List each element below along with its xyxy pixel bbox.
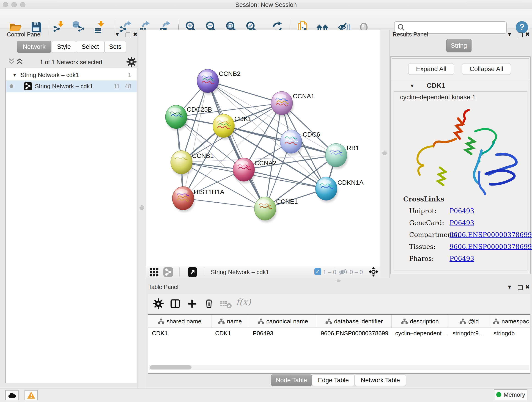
network-label: String Network – cdk1 (35, 83, 93, 90)
warnings-button[interactable] (25, 390, 38, 400)
table-panel-close-icon[interactable]: ✖ (525, 284, 530, 290)
horizontal-splitter-handle[interactable] (337, 279, 341, 282)
expand-all-button[interactable]: Expand All (408, 63, 454, 75)
table-row[interactable]: CDK1CDK1P064939606.ENSP00000378699cyclin… (148, 328, 530, 338)
function-builder-icon[interactable]: f(x) (236, 297, 251, 307)
left-splitter[interactable] (138, 30, 146, 388)
svg-text:RB1: RB1 (347, 144, 359, 152)
cdk1-section-collapse-icon[interactable]: ▼ (410, 83, 415, 89)
column-header-canonical-name[interactable]: canonical name (249, 315, 317, 327)
pan-crosshair-icon[interactable] (368, 267, 379, 277)
node-CCNB2[interactable] (197, 69, 220, 95)
memory-button[interactable]: Memory (494, 389, 527, 400)
cell[interactable]: stringdb:9... (449, 330, 490, 337)
cell[interactable]: CDK1 (148, 330, 211, 337)
tab-style[interactable]: Style (52, 41, 76, 53)
column-header-database-identifier[interactable]: database identifier (317, 315, 392, 327)
column-header-description[interactable]: description (392, 315, 449, 327)
crosslink-link[interactable]: 9606.ENSP00000378699 (450, 243, 532, 250)
network-row-selected[interactable]: String Network – cdk1 11 48 (6, 80, 137, 92)
table-horizontal-scrollbar[interactable] (149, 365, 529, 370)
node-CDK1[interactable] (213, 114, 235, 140)
crosslinks-title: CrossLinks (403, 195, 444, 203)
show-columns-icon[interactable] (170, 298, 181, 309)
hidden-elements-eye-slash-icon[interactable] (339, 268, 348, 276)
table-scrollbar-thumb[interactable] (150, 365, 191, 370)
control-panel-title: Control Panel (7, 31, 41, 38)
import-network-from-database-button[interactable] (72, 21, 86, 34)
birds-eye-view-icon[interactable] (188, 267, 197, 277)
right-splitter[interactable] (380, 30, 390, 278)
network-view-title: String Network – cdk1 (211, 269, 269, 276)
status-bar (0, 388, 532, 402)
tab-network[interactable]: Network (17, 41, 51, 53)
cloud-status-button[interactable] (5, 390, 19, 400)
hierarchy-icon (460, 319, 466, 324)
tab-string[interactable]: String (446, 39, 472, 52)
network-node-count: 11 (114, 83, 120, 90)
search-input[interactable] (405, 24, 506, 32)
crosslink-link[interactable]: P06493 (450, 255, 474, 262)
delete-table-icon[interactable] (220, 300, 232, 309)
control-panel-float-icon[interactable] (126, 32, 130, 37)
window-title: Session: New Session (0, 1, 532, 8)
control-panel-close-icon[interactable]: ✖ (133, 32, 138, 37)
column-header-shared-name[interactable]: shared name (148, 315, 211, 327)
string-view-icon[interactable] (163, 267, 173, 277)
svg-text:?: ? (519, 22, 525, 32)
tab-node-table[interactable]: Node Table (271, 375, 312, 386)
hierarchy-icon (493, 319, 499, 324)
results-panel-collapse-icon[interactable]: ▼ (507, 32, 512, 37)
selected-elements-checkbox-icon[interactable]: ✓ (314, 268, 321, 275)
cell[interactable]: P06493 (249, 330, 317, 337)
node-CCNA2[interactable] (233, 158, 255, 183)
tab-select[interactable]: Select (76, 41, 104, 53)
svg-text:CCNA2: CCNA2 (254, 160, 276, 167)
crosslink-link[interactable]: P06493 (450, 207, 474, 215)
cell[interactable]: 9606.ENSP00000378699 (317, 330, 392, 337)
delete-column-trash-icon[interactable] (204, 298, 214, 309)
hierarchy-icon (326, 319, 332, 324)
node-RB1[interactable] (325, 143, 348, 169)
network-tree: ▼ String Network – cdk1 1 String Network… (6, 68, 137, 383)
collapse-all-button[interactable]: Collapse All (462, 63, 511, 75)
network-canvas[interactable]: CCNB2CCNA1CDC25BCDK1CDC6RB1CCNB1CCNA2CDK… (146, 30, 380, 266)
table-panel-collapse-icon[interactable]: ▼ (507, 284, 512, 290)
tab-network-table[interactable]: Network Table (355, 375, 406, 386)
crosslink-link[interactable]: 9606.ENSP00000378699 (450, 231, 532, 239)
import-table-from-file-button[interactable] (93, 21, 106, 34)
table-options-gear-icon[interactable] (153, 298, 164, 309)
main-toolbar: ? (0, 9, 532, 28)
node-CCNA1[interactable] (271, 91, 293, 117)
cell[interactable]: cyclin–dependent ... (392, 330, 449, 337)
table-header: shared namenamecanonical namedatabase id… (148, 315, 530, 328)
node-CDKN1A[interactable] (316, 177, 338, 202)
svg-text:CDKN1A: CDKN1A (337, 179, 364, 186)
table-panel-float-icon[interactable] (518, 285, 523, 290)
column-header-name[interactable]: name (211, 315, 249, 327)
control-panel-collapse-icon[interactable]: ▼ (114, 32, 120, 37)
crosslink-link[interactable]: P06493 (450, 219, 474, 227)
memory-label: Memory (504, 391, 525, 398)
results-panel-close-icon[interactable]: ✖ (525, 32, 530, 37)
export-network-button[interactable] (120, 21, 133, 34)
cell[interactable]: stringdb (490, 330, 530, 337)
collection-expand-icon[interactable]: ▼ (12, 72, 17, 78)
column-header-namespac[interactable]: namespac (490, 315, 530, 327)
tab-sets[interactable]: Sets (104, 41, 126, 53)
grid-view-icon[interactable] (150, 267, 159, 277)
svg-text:CCNB2: CCNB2 (219, 70, 241, 77)
import-network-from-file-button[interactable] (52, 21, 65, 34)
create-column-plus-icon[interactable] (187, 298, 197, 309)
network-options-gear-icon[interactable] (127, 57, 137, 67)
tab-edge-table[interactable]: Edge Table (312, 375, 355, 386)
node-CDC25B[interactable] (165, 105, 188, 131)
column-header--id[interactable]: @id (449, 315, 490, 327)
results-panel-float-icon[interactable] (518, 32, 523, 37)
title-bar: Session: New Session (0, 0, 532, 9)
cell[interactable]: CDK1 (211, 330, 249, 337)
hierarchy-icon (218, 319, 225, 324)
network-collection-row[interactable]: ▼ String Network – cdk1 1 (6, 70, 137, 80)
node-CCNE1[interactable] (254, 197, 277, 222)
warning-icon (27, 391, 36, 399)
